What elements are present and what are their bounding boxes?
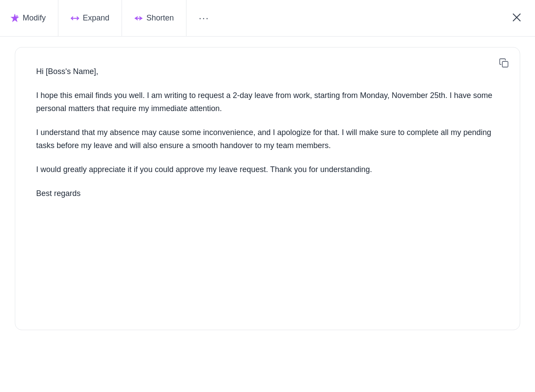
email-body: Hi [Boss's Name], I hope this email find… — [36, 65, 499, 200]
expand-label: Expand — [83, 14, 109, 23]
toolbar: Modify Expand Shorten — [0, 0, 535, 37]
more-button[interactable]: ··· — [186, 0, 221, 37]
email-paragraph-1: I hope this email finds you well. I am w… — [36, 89, 499, 115]
shorten-arrows-icon — [134, 14, 143, 23]
expand-button[interactable]: Expand — [58, 0, 122, 37]
copy-icon — [499, 58, 509, 70]
email-closing: Best regards — [36, 187, 499, 200]
sparkle-icon — [10, 14, 19, 23]
email-paragraph-3: I would greatly appreciate it if you cou… — [36, 163, 499, 176]
more-dots: ··· — [199, 13, 209, 24]
shorten-label: Shorten — [146, 14, 174, 23]
svg-rect-4 — [502, 61, 508, 67]
copy-button[interactable] — [497, 56, 511, 71]
email-greeting: Hi [Boss's Name], — [36, 65, 499, 78]
modify-label: Modify — [23, 14, 46, 23]
email-paragraph-2: I understand that my absence may cause s… — [36, 126, 499, 152]
email-card: Hi [Boss's Name], I hope this email find… — [15, 47, 520, 330]
expand-arrows-icon — [71, 14, 79, 23]
content-area: Hi [Boss's Name], I hope this email find… — [0, 37, 535, 392]
shorten-button[interactable]: Shorten — [122, 0, 186, 37]
toolbar-actions: Modify Expand Shorten — [10, 0, 525, 37]
close-button[interactable] — [509, 10, 525, 26]
close-icon — [511, 12, 522, 24]
modify-button[interactable]: Modify — [10, 0, 58, 37]
